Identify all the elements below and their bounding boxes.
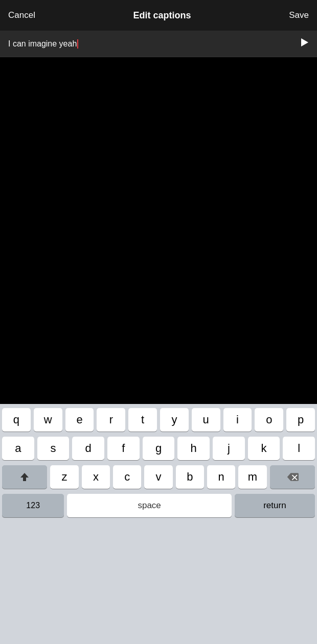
key-p[interactable]: p [286, 408, 315, 432]
key-d[interactable]: d [72, 437, 104, 460]
play-button[interactable] [296, 38, 309, 50]
key-n[interactable]: n [207, 465, 235, 489]
delete-icon [286, 472, 299, 482]
shift-key[interactable] [2, 465, 47, 489]
key-j[interactable]: j [213, 437, 245, 460]
key-g[interactable]: g [143, 437, 175, 460]
cancel-button[interactable]: Cancel [8, 10, 35, 20]
key-b[interactable]: b [176, 465, 204, 489]
svg-marker-0 [301, 38, 308, 46]
key-r[interactable]: r [97, 408, 125, 432]
content-area [0, 57, 317, 404]
key-f[interactable]: f [107, 437, 140, 460]
key-y[interactable]: y [160, 408, 189, 432]
caption-value: I can imagine yeah [8, 39, 77, 49]
key-k[interactable]: k [248, 437, 280, 460]
key-l[interactable]: l [283, 437, 315, 460]
keyboard-row-3: z x c v b n m [2, 465, 315, 489]
keyboard-row-2: a s d f g h j k l [2, 437, 315, 460]
key-w[interactable]: w [34, 408, 62, 432]
svg-marker-1 [20, 473, 29, 481]
numbers-key[interactable]: 123 [2, 494, 64, 517]
keyboard-row-4: 123 space return [2, 494, 315, 517]
return-key[interactable]: return [235, 494, 315, 517]
key-u[interactable]: u [192, 408, 220, 432]
page-title: Edit captions [133, 10, 191, 21]
key-e[interactable]: e [65, 408, 94, 432]
keyboard-row-1: q w e r t y u i o p [2, 408, 315, 432]
key-a[interactable]: a [2, 437, 34, 460]
key-s[interactable]: s [37, 437, 70, 460]
key-i[interactable]: i [223, 408, 252, 432]
keyboard: q w e r t y u i o p a s d f g h j k l z … [0, 404, 317, 644]
space-key[interactable]: space [67, 494, 231, 517]
caption-bar[interactable]: I can imagine yeah [0, 31, 317, 57]
delete-key[interactable] [270, 465, 315, 489]
header: Cancel Edit captions Save [0, 0, 317, 31]
key-m[interactable]: m [238, 465, 266, 489]
key-q[interactable]: q [2, 408, 31, 432]
key-v[interactable]: v [144, 465, 172, 489]
key-t[interactable]: t [128, 408, 157, 432]
key-c[interactable]: c [113, 465, 141, 489]
key-z[interactable]: z [50, 465, 78, 489]
text-cursor [77, 39, 78, 49]
play-icon [300, 38, 309, 47]
key-o[interactable]: o [255, 408, 283, 432]
save-button[interactable]: Save [289, 10, 309, 20]
key-h[interactable]: h [177, 437, 210, 460]
caption-text: I can imagine yeah [8, 39, 296, 49]
shift-icon [19, 471, 30, 483]
key-x[interactable]: x [82, 465, 110, 489]
